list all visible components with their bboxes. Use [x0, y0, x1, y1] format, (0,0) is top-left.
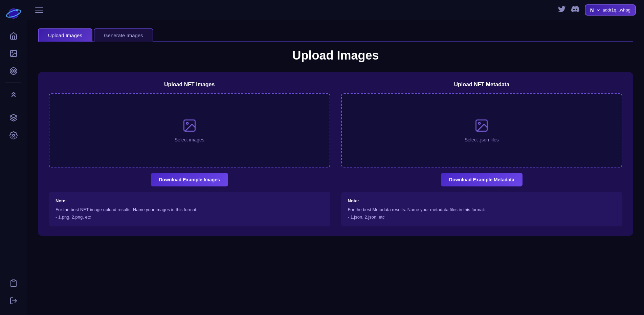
sidebar-item-layers[interactable]	[0, 109, 27, 127]
main-wrapper: N addr1q...whpg Upload Images Generate I…	[27, 0, 644, 315]
sidebar-item-clipboard[interactable]	[0, 274, 27, 292]
sidebar-item-logout[interactable]	[0, 292, 27, 310]
upload-nft-images-title: Upload NFT Images	[49, 82, 330, 88]
sidebar-bottom	[0, 274, 27, 310]
twitter-icon[interactable]	[558, 5, 566, 15]
metadata-upload-icon	[474, 118, 489, 133]
nft-metadata-note-body: For the best Metadata results. Name your…	[348, 206, 616, 213]
svg-point-9	[13, 134, 15, 136]
sidebar-item-home[interactable]	[0, 27, 27, 45]
sidebar-item-chevron-up[interactable]	[0, 86, 27, 103]
header-left	[35, 7, 43, 13]
download-example-images-button[interactable]: Download Example Images	[151, 173, 228, 186]
tab-upload-images[interactable]: Upload Images	[38, 28, 92, 42]
nft-metadata-note-format: - 1.json, 2.json, etc	[348, 213, 616, 221]
nft-images-note: Note: For the best NFT image upload resu…	[49, 192, 330, 226]
nft-metadata-note: Note: For the best Metadata results. Nam…	[341, 192, 623, 226]
upload-nft-metadata-title: Upload NFT Metadata	[341, 82, 623, 88]
upload-nft-metadata-column: Upload NFT Metadata Select .json files D…	[341, 82, 623, 226]
sidebar-item-image[interactable]	[0, 45, 27, 62]
wallet-button[interactable]: N addr1q...whpg	[585, 4, 636, 16]
svg-point-2	[16, 9, 18, 11]
sidebar-item-target[interactable]	[0, 62, 27, 80]
nft-metadata-note-title: Note:	[348, 197, 616, 205]
upload-card: Upload NFT Images Select images Download…	[38, 72, 633, 236]
sidebar-divider-1	[5, 83, 21, 83]
hamburger-menu[interactable]	[35, 7, 43, 13]
svg-marker-8	[10, 114, 17, 118]
upload-columns: Upload NFT Images Select images Download…	[49, 82, 622, 226]
svg-point-7	[13, 70, 14, 72]
wallet-address: addr1q...whpg	[603, 7, 630, 13]
nft-metadata-label: Select .json files	[465, 137, 499, 142]
nft-metadata-dropzone[interactable]: Select .json files	[341, 93, 623, 167]
page-title: Upload Images	[38, 48, 633, 63]
nft-images-dropzone[interactable]: Select images	[49, 93, 330, 167]
svg-point-6	[12, 69, 16, 73]
nft-images-note-body: For the best NFT image upload results. N…	[55, 206, 324, 213]
tab-bar: Upload Images Generate Images	[38, 28, 633, 42]
svg-rect-10	[12, 280, 15, 281]
download-example-metadata-button[interactable]: Download Example Metadata	[441, 173, 523, 186]
svg-point-13	[186, 122, 188, 125]
sidebar-item-settings[interactable]	[0, 127, 27, 144]
header-right: N addr1q...whpg	[558, 4, 636, 16]
discord-icon[interactable]	[571, 5, 579, 15]
nft-images-label: Select images	[175, 137, 204, 142]
upload-nft-images-column: Upload NFT Images Select images Download…	[49, 82, 330, 226]
content-area: Upload Images Generate Images Upload Ima…	[27, 20, 644, 315]
sidebar	[0, 0, 27, 315]
sidebar-divider-2	[5, 106, 21, 106]
svg-point-15	[479, 122, 481, 125]
image-upload-icon	[182, 118, 197, 133]
sidebar-logo[interactable]	[5, 5, 22, 22]
svg-point-4	[12, 52, 13, 53]
wallet-network: N	[590, 7, 594, 13]
nft-images-note-title: Note:	[55, 197, 324, 205]
header: N addr1q...whpg	[27, 0, 644, 20]
nft-images-note-format: - 1.png, 2.png, etc	[55, 213, 324, 221]
tab-generate-images[interactable]: Generate Images	[94, 28, 153, 42]
